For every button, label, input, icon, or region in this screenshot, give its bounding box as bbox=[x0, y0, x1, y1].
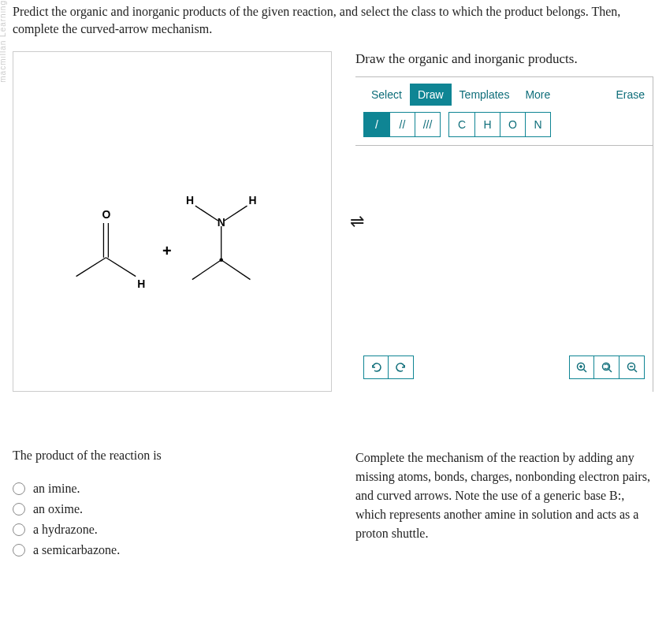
atom-o-tool[interactable]: O bbox=[500, 113, 525, 136]
zoom-in-icon bbox=[575, 361, 588, 374]
svg-text:H: H bbox=[137, 277, 145, 289]
svg-line-2 bbox=[76, 258, 106, 277]
drawer-tabs: Select Draw Templates More Erase bbox=[363, 84, 645, 106]
svg-text:O: O bbox=[102, 208, 110, 221]
reaction-display: O H + bbox=[13, 51, 332, 392]
tab-more[interactable]: More bbox=[517, 84, 558, 106]
radio-circle-icon[interactable] bbox=[13, 523, 25, 536]
zoom-in-button[interactable] bbox=[569, 356, 594, 379]
bond-tool-group: / // /// bbox=[363, 112, 441, 137]
radio-circle-icon[interactable] bbox=[13, 482, 25, 495]
tab-select[interactable]: Select bbox=[363, 84, 410, 106]
atom-tool-group: C H O N bbox=[448, 112, 551, 137]
question-instruction: Predict the organic and inorganic produc… bbox=[13, 3, 653, 39]
product-class-question: The product of the reaction is an imine.… bbox=[13, 449, 332, 564]
atom-h-tool[interactable]: H bbox=[474, 113, 500, 136]
option-imine[interactable]: an imine. bbox=[13, 482, 332, 496]
option-label: an imine. bbox=[33, 482, 80, 496]
svg-line-20 bbox=[608, 369, 612, 372]
svg-text:N: N bbox=[218, 216, 225, 229]
atom-n-tool[interactable]: N bbox=[525, 113, 550, 136]
svg-line-22 bbox=[634, 369, 637, 372]
option-semicarbazone[interactable]: a semicarbazone. bbox=[13, 543, 332, 557]
svg-line-3 bbox=[106, 258, 136, 277]
undo-button[interactable] bbox=[363, 356, 389, 379]
redo-button[interactable] bbox=[389, 356, 414, 379]
equilibrium-arrow: ⇌ bbox=[350, 211, 364, 232]
redo-icon bbox=[395, 361, 407, 374]
reaction-structure: O H + bbox=[13, 52, 331, 391]
zoom-out-icon bbox=[626, 361, 638, 374]
option-oxime[interactable]: an oxime. bbox=[13, 502, 332, 516]
double-bond-tool[interactable]: // bbox=[389, 113, 415, 136]
zoom-out-button[interactable] bbox=[619, 356, 645, 379]
zoom-reset-icon bbox=[601, 361, 613, 374]
undo-icon bbox=[370, 361, 382, 374]
svg-text:H: H bbox=[249, 194, 257, 207]
single-bond-tool[interactable]: / bbox=[364, 113, 389, 136]
option-label: an oxime. bbox=[33, 502, 83, 516]
svg-line-6 bbox=[195, 206, 218, 221]
svg-line-10 bbox=[192, 260, 221, 280]
svg-line-7 bbox=[225, 206, 247, 221]
zoom-reset-button[interactable] bbox=[594, 356, 619, 379]
option-hydrazone[interactable]: a hydrazone. bbox=[13, 523, 332, 537]
radio-circle-icon[interactable] bbox=[13, 503, 25, 516]
erase-button[interactable]: Erase bbox=[616, 88, 645, 101]
mechanism-instruction: Complete the mechanism of the reaction b… bbox=[355, 449, 653, 543]
plus-sign: + bbox=[162, 242, 172, 259]
svg-text:H: H bbox=[186, 194, 194, 207]
option-label: a hydrazone. bbox=[33, 523, 98, 537]
structure-drawer-panel: Draw the organic and inorganic products.… bbox=[355, 51, 653, 392]
svg-line-11 bbox=[221, 260, 251, 280]
option-label: a semicarbazone. bbox=[33, 543, 120, 557]
atom-c-tool[interactable]: C bbox=[449, 113, 474, 136]
tab-templates[interactable]: Templates bbox=[452, 84, 518, 106]
question-title: The product of the reaction is bbox=[13, 449, 332, 463]
watermark-text: macmillan Learning bbox=[0, 0, 7, 83]
radio-circle-icon[interactable] bbox=[13, 544, 25, 557]
drawing-canvas[interactable] bbox=[355, 146, 653, 351]
triple-bond-tool[interactable]: /// bbox=[415, 113, 440, 136]
svg-line-16 bbox=[584, 369, 587, 372]
drawer-title: Draw the organic and inorganic products. bbox=[355, 51, 653, 67]
tab-draw[interactable]: Draw bbox=[410, 84, 452, 106]
